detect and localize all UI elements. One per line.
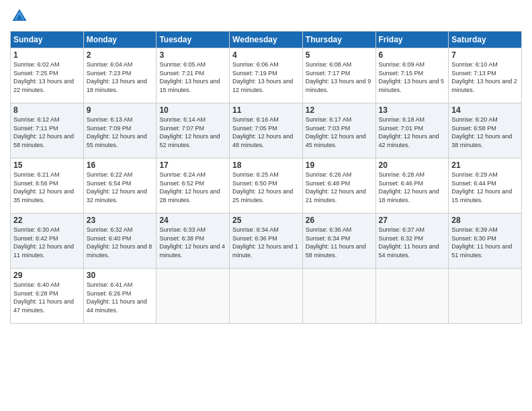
day-info: Sunrise: 6:10 AMSunset: 7:13 PMDaylight:… — [451, 61, 517, 93]
day-info: Sunrise: 6:13 AMSunset: 7:09 PMDaylight:… — [87, 116, 147, 148]
day-info: Sunrise: 6:18 AMSunset: 7:01 PMDaylight:… — [379, 116, 439, 148]
day-info: Sunrise: 6:14 AMSunset: 7:07 PMDaylight:… — [159, 116, 220, 148]
calendar-cell: 8 Sunrise: 6:12 AMSunset: 7:11 PMDayligh… — [11, 103, 84, 158]
day-number: 25 — [232, 216, 300, 225]
calendar-cell — [157, 269, 230, 324]
page-container: SundayMondayTuesdayWednesdayThursdayFrid… — [0, 0, 532, 330]
day-number: 29 — [13, 271, 81, 280]
day-number: 4 — [232, 50, 300, 60]
day-info: Sunrise: 6:06 AMSunset: 7:19 PMDaylight:… — [232, 61, 293, 93]
day-info: Sunrise: 6:33 AMSunset: 6:38 PMDaylight:… — [159, 226, 225, 259]
day-number: 3 — [159, 50, 226, 60]
day-number: 13 — [379, 105, 446, 115]
logo — [10, 7, 32, 26]
calendar-cell: 1 Sunrise: 6:02 AMSunset: 7:25 PMDayligh… — [11, 48, 84, 103]
calendar-cell: 20 Sunrise: 6:28 AMSunset: 6:46 PMDaylig… — [375, 158, 449, 214]
day-info: Sunrise: 6:02 AMSunset: 7:25 PMDaylight:… — [13, 61, 74, 93]
day-info: Sunrise: 6:39 AMSunset: 6:30 PMDaylight:… — [451, 226, 512, 259]
day-header-saturday: Saturday — [449, 32, 522, 48]
calendar-cell: 12 Sunrise: 6:17 AMSunset: 7:03 PMDaylig… — [302, 103, 375, 158]
day-number: 22 — [13, 216, 81, 225]
calendar-cell: 17 Sunrise: 6:24 AMSunset: 6:52 PMDaylig… — [157, 158, 230, 214]
day-number: 10 — [159, 105, 226, 115]
day-number: 20 — [379, 161, 446, 170]
day-info: Sunrise: 6:16 AMSunset: 7:05 PMDaylight:… — [232, 116, 293, 148]
calendar-cell — [230, 269, 303, 324]
calendar-table: SundayMondayTuesdayWednesdayThursdayFrid… — [10, 31, 522, 324]
calendar-cell: 11 Sunrise: 6:16 AMSunset: 7:05 PMDaylig… — [230, 103, 303, 158]
day-number: 11 — [232, 105, 300, 115]
day-info: Sunrise: 6:12 AMSunset: 7:11 PMDaylight:… — [13, 116, 74, 148]
day-number: 16 — [87, 161, 154, 170]
calendar-cell: 7 Sunrise: 6:10 AMSunset: 7:13 PMDayligh… — [449, 48, 522, 103]
calendar-cell: 22 Sunrise: 6:30 AMSunset: 6:42 PMDaylig… — [11, 214, 84, 269]
calendar-cell: 5 Sunrise: 6:08 AMSunset: 7:17 PMDayligh… — [302, 48, 375, 103]
day-info: Sunrise: 6:37 AMSunset: 6:32 PMDaylight:… — [379, 226, 439, 259]
day-info: Sunrise: 6:26 AMSunset: 6:48 PMDaylight:… — [306, 171, 366, 203]
day-number: 26 — [306, 216, 373, 225]
logo-icon — [10, 7, 29, 26]
day-header-monday: Monday — [83, 32, 157, 48]
day-info: Sunrise: 6:34 AMSunset: 6:36 PMDaylight:… — [232, 226, 298, 259]
day-header-wednesday: Wednesday — [230, 32, 303, 48]
day-number: 9 — [87, 105, 154, 115]
week-row-5: 29 Sunrise: 6:40 AMSunset: 6:28 PMDaylig… — [11, 269, 522, 324]
calendar-cell: 6 Sunrise: 6:09 AMSunset: 7:15 PMDayligh… — [375, 48, 449, 103]
day-number: 14 — [451, 105, 519, 115]
day-info: Sunrise: 6:22 AMSunset: 6:54 PMDaylight:… — [87, 171, 147, 203]
week-row-3: 15 Sunrise: 6:21 AMSunset: 6:56 PMDaylig… — [11, 158, 522, 214]
day-number: 19 — [306, 161, 373, 170]
day-number: 2 — [87, 50, 154, 60]
day-info: Sunrise: 6:20 AMSunset: 6:58 PMDaylight:… — [451, 116, 512, 148]
calendar-cell: 9 Sunrise: 6:13 AMSunset: 7:09 PMDayligh… — [83, 103, 157, 158]
day-info: Sunrise: 6:17 AMSunset: 7:03 PMDaylight:… — [306, 116, 366, 148]
day-header-sunday: Sunday — [11, 32, 84, 48]
day-info: Sunrise: 6:09 AMSunset: 7:15 PMDaylight:… — [379, 61, 445, 93]
day-info: Sunrise: 6:30 AMSunset: 6:42 PMDaylight:… — [13, 226, 74, 259]
calendar-cell: 26 Sunrise: 6:36 AMSunset: 6:34 PMDaylig… — [302, 214, 375, 269]
day-info: Sunrise: 6:28 AMSunset: 6:46 PMDaylight:… — [379, 171, 439, 203]
day-number: 27 — [379, 216, 446, 225]
week-row-1: 1 Sunrise: 6:02 AMSunset: 7:25 PMDayligh… — [11, 48, 522, 103]
calendar-cell: 23 Sunrise: 6:32 AMSunset: 6:40 PMDaylig… — [83, 214, 157, 269]
day-info: Sunrise: 6:36 AMSunset: 6:34 PMDaylight:… — [306, 226, 366, 259]
day-number: 28 — [451, 216, 519, 225]
day-number: 30 — [87, 271, 154, 280]
header — [10, 7, 522, 26]
day-info: Sunrise: 6:08 AMSunset: 7:17 PMDaylight:… — [306, 61, 371, 93]
calendar-cell: 27 Sunrise: 6:37 AMSunset: 6:32 PMDaylig… — [375, 214, 449, 269]
day-info: Sunrise: 6:41 AMSunset: 6:26 PMDaylight:… — [87, 281, 147, 314]
calendar-cell: 14 Sunrise: 6:20 AMSunset: 6:58 PMDaylig… — [449, 103, 522, 158]
calendar-cell: 4 Sunrise: 6:06 AMSunset: 7:19 PMDayligh… — [230, 48, 303, 103]
day-number: 23 — [87, 216, 154, 225]
day-number: 7 — [451, 50, 519, 60]
day-info: Sunrise: 6:32 AMSunset: 6:40 PMDaylight:… — [87, 226, 152, 259]
calendar-cell: 21 Sunrise: 6:29 AMSunset: 6:44 PMDaylig… — [449, 158, 522, 214]
day-info: Sunrise: 6:25 AMSunset: 6:50 PMDaylight:… — [232, 171, 293, 203]
day-number: 18 — [232, 161, 300, 170]
day-number: 15 — [13, 161, 81, 170]
day-header-friday: Friday — [375, 32, 449, 48]
calendar-cell: 25 Sunrise: 6:34 AMSunset: 6:36 PMDaylig… — [230, 214, 303, 269]
calendar-cell: 2 Sunrise: 6:04 AMSunset: 7:23 PMDayligh… — [83, 48, 157, 103]
calendar-cell: 3 Sunrise: 6:05 AMSunset: 7:21 PMDayligh… — [157, 48, 230, 103]
day-info: Sunrise: 6:21 AMSunset: 6:56 PMDaylight:… — [13, 171, 74, 203]
calendar-cell: 13 Sunrise: 6:18 AMSunset: 7:01 PMDaylig… — [375, 103, 449, 158]
day-number: 17 — [159, 161, 226, 170]
day-info: Sunrise: 6:29 AMSunset: 6:44 PMDaylight:… — [451, 171, 512, 203]
calendar-cell: 18 Sunrise: 6:25 AMSunset: 6:50 PMDaylig… — [230, 158, 303, 214]
day-number: 12 — [306, 105, 373, 115]
calendar-cell: 28 Sunrise: 6:39 AMSunset: 6:30 PMDaylig… — [449, 214, 522, 269]
day-info: Sunrise: 6:04 AMSunset: 7:23 PMDaylight:… — [87, 61, 147, 93]
week-row-2: 8 Sunrise: 6:12 AMSunset: 7:11 PMDayligh… — [11, 103, 522, 158]
day-info: Sunrise: 6:05 AMSunset: 7:21 PMDaylight:… — [159, 61, 220, 93]
day-header-tuesday: Tuesday — [157, 32, 230, 48]
week-row-4: 22 Sunrise: 6:30 AMSunset: 6:42 PMDaylig… — [11, 214, 522, 269]
day-number: 6 — [379, 50, 446, 60]
calendar-cell — [449, 269, 522, 324]
day-number: 1 — [13, 50, 81, 60]
day-number: 21 — [451, 161, 519, 170]
calendar-cell: 30 Sunrise: 6:41 AMSunset: 6:26 PMDaylig… — [83, 269, 157, 324]
calendar-cell: 16 Sunrise: 6:22 AMSunset: 6:54 PMDaylig… — [83, 158, 157, 214]
calendar-cell: 10 Sunrise: 6:14 AMSunset: 7:07 PMDaylig… — [157, 103, 230, 158]
